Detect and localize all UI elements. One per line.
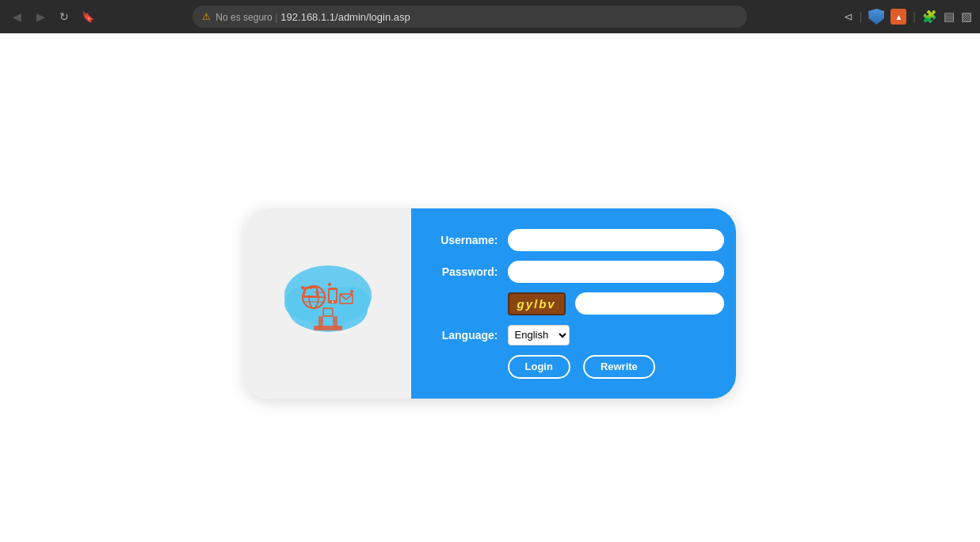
- bookmark-icon[interactable]: 🔖: [79, 8, 97, 25]
- brave-rewards-icon[interactable]: ▲: [890, 9, 906, 25]
- reload-button[interactable]: ↻: [55, 8, 73, 25]
- language-select[interactable]: English Chinese: [508, 325, 570, 345]
- browser-right-icons: ⊲ | ▲ | 🧩 ▤ ▨: [844, 9, 972, 25]
- cloud-illustration: [265, 240, 391, 367]
- password-input[interactable]: [508, 261, 724, 283]
- sidebar-toggle-icon[interactable]: ▤: [944, 10, 955, 24]
- extensions-icon[interactable]: 🧩: [922, 10, 937, 24]
- username-label: Username:: [435, 234, 498, 246]
- wallet-icon[interactable]: ▨: [961, 10, 972, 24]
- svg-rect-14: [307, 289, 315, 295]
- svg-rect-10: [330, 290, 336, 300]
- svg-rect-19: [314, 326, 342, 330]
- svg-point-16: [328, 283, 331, 286]
- rewrite-button[interactable]: Rewrite: [583, 355, 655, 379]
- svg-rect-21: [333, 316, 337, 327]
- captcha-input[interactable]: [575, 292, 724, 315]
- captcha-image: gylbv: [508, 292, 566, 315]
- language-label: Language:: [435, 329, 498, 342]
- left-panel: [245, 208, 411, 399]
- captcha-row: gylbv: [435, 292, 724, 315]
- right-panel: Username: Password: gylbv Language: Engl…: [411, 208, 736, 399]
- page-content: Username: Password: gylbv Language: Engl…: [0, 33, 980, 542]
- username-input[interactable]: [508, 229, 724, 251]
- security-warning-icon: ⚠: [202, 11, 211, 22]
- password-label: Password:: [435, 265, 498, 278]
- svg-rect-20: [318, 316, 323, 327]
- svg-point-17: [301, 286, 304, 289]
- browser-chrome: ◀ ▶ ↻ 🔖 ⚠ No es seguro | 192.168.1.1/adm…: [0, 0, 980, 33]
- svg-point-11: [332, 301, 334, 303]
- share-icon[interactable]: ⊲: [844, 10, 853, 23]
- svg-point-18: [350, 290, 353, 293]
- buttons-row: Login Rewrite: [508, 355, 724, 379]
- url-text: No es seguro | 192.168.1.1/admin/login.a…: [215, 11, 738, 23]
- back-button[interactable]: ◀: [8, 8, 25, 25]
- address-bar[interactable]: ⚠ No es seguro | 192.168.1.1/admin/login…: [193, 6, 747, 28]
- login-button[interactable]: Login: [508, 355, 570, 379]
- svg-rect-23: [324, 310, 331, 315]
- brave-shield-icon[interactable]: [868, 9, 884, 25]
- language-row: Language: English Chinese: [435, 325, 724, 345]
- password-row: Password:: [435, 261, 724, 283]
- login-card: Username: Password: gylbv Language: Engl…: [245, 208, 736, 399]
- username-row: Username:: [435, 229, 724, 251]
- forward-button[interactable]: ▶: [32, 8, 49, 25]
